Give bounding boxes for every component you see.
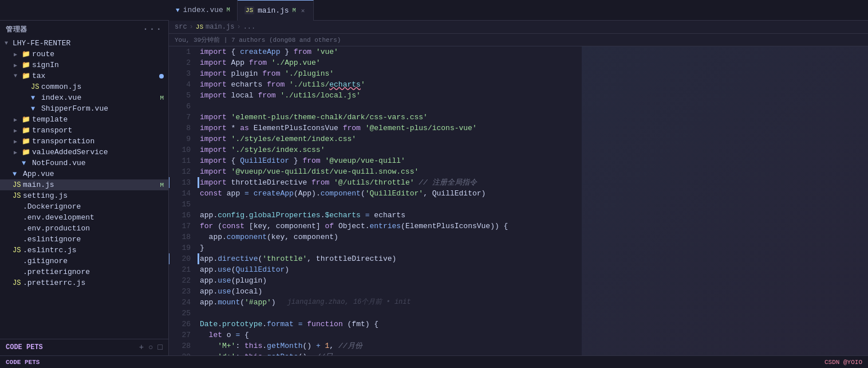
code-pets-status[interactable]: CODE PETS: [6, 359, 40, 366]
code-line-21: app.use(QuillEditor): [198, 264, 868, 275]
line-num-9: 9: [169, 134, 191, 144]
code-line-9: import './styles/element/index.css': [198, 134, 868, 144]
code-line-20: app.directive('throttle', throttleDirect…: [198, 253, 868, 264]
sidebar-item-tax[interactable]: ▼ 📁 tax: [0, 71, 168, 81]
chevron-right-icon-2: ▶: [14, 62, 22, 69]
sidebar-item-transportation[interactable]: ▶ 📁 transportation: [0, 136, 168, 147]
js-file-icon-4: JS: [13, 246, 23, 255]
folder-icon: 📁: [22, 50, 32, 58]
js-file-icon-2: JS: [13, 181, 23, 189]
sidebar-item-template[interactable]: ▶ 📁 template: [0, 114, 168, 125]
sidebar-item-route[interactable]: ▶ 📁 route: [0, 49, 168, 60]
sidebar-item-shipperform[interactable]: ▼ ShipperForm.vue: [0, 103, 168, 114]
sidebar-item-valueaddedservice[interactable]: ▶ 📁 valueAddedService: [0, 147, 168, 158]
sidebar-tree: ▼ LHY-FE-RENTER ▶ 📁 route ▶ 📁 signIn ▼: [0, 38, 168, 339]
sidebar-item-prettierignore[interactable]: .prettierignore: [0, 267, 168, 277]
circle-button[interactable]: ○: [148, 343, 153, 352]
code-line-2: import App from './App.vue': [198, 57, 868, 68]
js-file-icon: JS: [31, 83, 41, 91]
line-num-4: 4: [169, 79, 191, 90]
tab-index-vue[interactable]: ▼ index.vue M: [169, 0, 238, 21]
folder-icon-3: 📁: [22, 72, 32, 80]
sidebar-bottom: CODE PETS + ○ □: [0, 339, 168, 355]
sidebar: 管理器 ··· ▼ LHY-FE-RENTER ▶ 📁 route ▶ 📁 si…: [0, 21, 169, 355]
tab-bar: ▼ index.vue M JS main.js M ✕: [0, 0, 868, 21]
code-line-15: [198, 199, 868, 210]
sidebar-item-label-2: signIn: [32, 61, 168, 69]
code-line-14: const app = createApp(App).component('Qu…: [198, 188, 868, 199]
line-num-6: 6: [169, 101, 191, 112]
line-num-21: 21: [169, 264, 191, 275]
sidebar-item-setting-js[interactable]: JS setting.js: [0, 190, 168, 201]
sidebar-root[interactable]: ▼ LHY-FE-RENTER: [0, 38, 168, 49]
sidebar-item-env-dev[interactable]: .env.development: [0, 212, 168, 223]
sidebar-item-app-vue[interactable]: ▼ App.vue: [0, 169, 168, 179]
modified-badge: M: [160, 95, 168, 101]
chevron-down-icon: ▼: [5, 40, 13, 46]
sidebar-item-dockerignore[interactable]: .Dockerignore: [0, 201, 168, 212]
sidebar-item-index-vue[interactable]: ▼ index.vue M: [0, 92, 168, 103]
sidebar-item-label-10: valueAddedService: [32, 148, 168, 156]
inline-blame: jianqiang.zhao, 16个月前 • init: [287, 297, 411, 308]
line-num-13: 13: [169, 177, 191, 188]
sidebar-item-label-21: .prettierignore: [23, 268, 168, 276]
sidebar-item-label-4: common.js: [41, 83, 168, 91]
chevron-right-icon-3: ▶: [14, 116, 22, 123]
line-num-3: 3: [169, 68, 191, 79]
code-content: import { createApp } from 'vue' import A…: [198, 46, 868, 355]
sidebar-item-gitignore[interactable]: .gitignore: [0, 256, 168, 267]
chevron-right-icon-6: ▶: [14, 149, 22, 156]
line-num-24: 24: [169, 297, 191, 308]
vue-icon: ▼: [176, 7, 180, 14]
code-line-7: import 'element-plus/theme-chalk/dark/cs…: [198, 112, 868, 123]
modified-dot-badge: [159, 74, 164, 79]
vue-file-icon-2: ▼: [31, 105, 41, 113]
line-num-10: 10: [169, 144, 191, 155]
sidebar-item-eslintrc[interactable]: JS .eslintrc.js: [0, 245, 168, 256]
sidebar-item-label-6: ShipperForm.vue: [41, 104, 168, 113]
code-line-8: import * as ElementPlusIconsVue from '@e…: [198, 123, 868, 134]
tab-label: index.vue: [183, 6, 223, 14]
code-line-19: }: [198, 242, 868, 253]
breadcrumb-file: main.js: [206, 23, 234, 31]
sidebar-item-label-9: transportation: [32, 137, 168, 146]
tab-label-active: main.js: [258, 6, 289, 15]
add-button[interactable]: +: [139, 343, 144, 352]
sidebar-item-label-18: .eslintignore: [23, 235, 168, 244]
code-editor[interactable]: 1 2 3 4 5 6 7 8 9 10 11 12 13 14 15 16 1…: [169, 46, 868, 355]
tab-modified-badge-2: M: [293, 7, 296, 14]
sidebar-item-label-14: setting.js: [23, 191, 168, 200]
square-button[interactable]: □: [158, 343, 163, 352]
folder-icon-5: 📁: [22, 126, 32, 135]
sidebar-header: 管理器 ···: [0, 21, 168, 38]
sidebar-item-label-8: transport: [32, 126, 168, 135]
sidebar-item-transport[interactable]: ▶ 📁 transport: [0, 125, 168, 136]
blame-bar: You, 39分钟前 | 7 authors (dong08 and other…: [169, 34, 868, 46]
code-line-16: app.config.globalProperties.$echarts = e…: [198, 210, 868, 221]
code-line-11: import { QuillEditor } from '@vueup/vue-…: [198, 155, 868, 166]
sidebar-item-main-js[interactable]: JS main.js M: [0, 179, 168, 190]
code-line-28: 'M+': this.getMonth() + 1, //月份: [198, 340, 868, 351]
sidebar-item-prettierrc[interactable]: JS .prettierrc.js: [0, 277, 168, 288]
line-num-27: 27: [169, 330, 191, 340]
tab-close-button[interactable]: ✕: [299, 6, 307, 15]
modified-badge-2: M: [160, 182, 168, 189]
js-icon: JS: [244, 6, 254, 14]
tab-main-js[interactable]: JS main.js M ✕: [238, 0, 314, 21]
sidebar-item-env-prod[interactable]: .env.production: [0, 223, 168, 234]
line-num-18: 18: [169, 232, 191, 242]
line-num-25: 25: [169, 308, 191, 319]
sidebar-item-signin[interactable]: ▶ 📁 signIn: [0, 60, 168, 71]
breadcrumb: src › JS main.js › ...: [169, 21, 868, 34]
sidebar-item-eslintignore[interactable]: .eslintignore: [0, 234, 168, 245]
sidebar-item-label-15: .Dockerignore: [23, 202, 168, 211]
sidebar-item-common-js[interactable]: JS common.js: [0, 81, 168, 92]
sidebar-more-button[interactable]: ···: [143, 24, 163, 34]
sidebar-item-notfound[interactable]: ▼ NotFound.vue: [0, 158, 168, 169]
line-num-19: 19: [169, 242, 191, 253]
line-num-11: 11: [169, 155, 191, 166]
code-line-18: app.component(key, component): [198, 232, 868, 242]
line-num-12: 12: [169, 166, 191, 177]
sidebar-item-label-17: .env.production: [23, 224, 168, 233]
code-line-5: import local from './utils/local.js': [198, 90, 868, 101]
